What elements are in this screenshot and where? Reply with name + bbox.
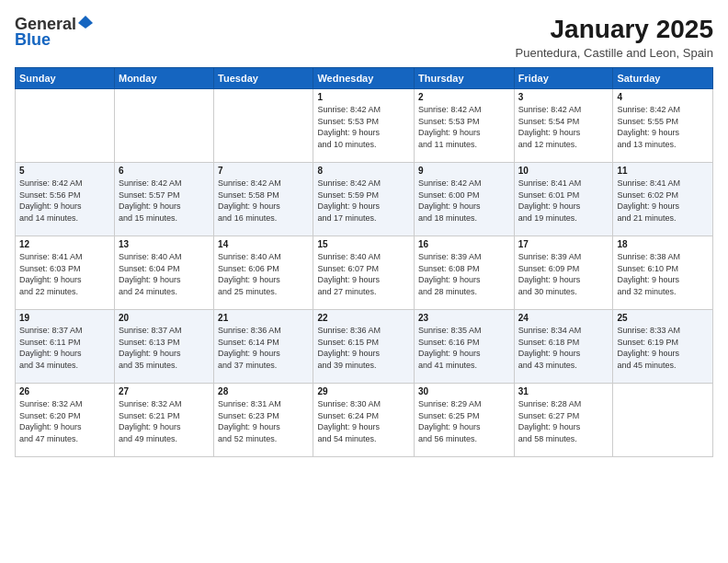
day-info: Sunrise: 8:36 AM Sunset: 6:14 PM Dayligh… bbox=[218, 325, 309, 371]
calendar-cell: 18Sunrise: 8:38 AM Sunset: 6:10 PM Dayli… bbox=[613, 236, 713, 310]
calendar-cell: 24Sunrise: 8:34 AM Sunset: 6:18 PM Dayli… bbox=[514, 310, 613, 384]
calendar-cell: 19Sunrise: 8:37 AM Sunset: 6:11 PM Dayli… bbox=[16, 310, 115, 384]
calendar-cell: 26Sunrise: 8:32 AM Sunset: 6:20 PM Dayli… bbox=[16, 384, 115, 457]
day-info: Sunrise: 8:30 AM Sunset: 6:24 PM Dayligh… bbox=[317, 398, 410, 444]
day-number: 16 bbox=[418, 239, 510, 249]
day-info: Sunrise: 8:41 AM Sunset: 6:01 PM Dayligh… bbox=[518, 178, 609, 224]
day-number: 13 bbox=[119, 239, 210, 249]
calendar-cell: 7Sunrise: 8:42 AM Sunset: 5:58 PM Daylig… bbox=[214, 163, 313, 236]
calendar-cell: 8Sunrise: 8:42 AM Sunset: 5:59 PM Daylig… bbox=[313, 163, 415, 236]
header-saturday: Saturday bbox=[613, 68, 713, 89]
calendar-week-0: 1Sunrise: 8:42 AM Sunset: 5:53 PM Daylig… bbox=[16, 89, 713, 163]
calendar-cell: 1Sunrise: 8:42 AM Sunset: 5:53 PM Daylig… bbox=[313, 89, 415, 163]
day-info: Sunrise: 8:42 AM Sunset: 5:55 PM Dayligh… bbox=[617, 104, 709, 150]
day-info: Sunrise: 8:33 AM Sunset: 6:19 PM Dayligh… bbox=[617, 325, 709, 371]
day-info: Sunrise: 8:42 AM Sunset: 5:53 PM Dayligh… bbox=[317, 104, 410, 150]
day-number: 22 bbox=[317, 313, 410, 323]
calendar-cell: 3Sunrise: 8:42 AM Sunset: 5:54 PM Daylig… bbox=[514, 89, 613, 163]
day-number: 14 bbox=[218, 239, 309, 249]
day-info: Sunrise: 8:32 AM Sunset: 6:21 PM Dayligh… bbox=[119, 398, 210, 444]
day-number: 5 bbox=[19, 166, 110, 176]
day-info: Sunrise: 8:42 AM Sunset: 5:56 PM Dayligh… bbox=[19, 178, 110, 224]
calendar-week-1: 5Sunrise: 8:42 AM Sunset: 5:56 PM Daylig… bbox=[16, 163, 713, 236]
day-number: 31 bbox=[518, 386, 609, 396]
calendar-cell: 16Sunrise: 8:39 AM Sunset: 6:08 PM Dayli… bbox=[415, 236, 515, 310]
calendar-cell: 20Sunrise: 8:37 AM Sunset: 6:13 PM Dayli… bbox=[114, 310, 213, 384]
logo: General Blue bbox=[15, 15, 93, 50]
day-number: 11 bbox=[617, 166, 709, 176]
day-number: 9 bbox=[418, 166, 510, 176]
calendar-cell: 4Sunrise: 8:42 AM Sunset: 5:55 PM Daylig… bbox=[613, 89, 713, 163]
calendar-cell: 23Sunrise: 8:35 AM Sunset: 6:16 PM Dayli… bbox=[415, 310, 515, 384]
calendar-cell: 9Sunrise: 8:42 AM Sunset: 6:00 PM Daylig… bbox=[415, 163, 515, 236]
calendar-cell: 12Sunrise: 8:41 AM Sunset: 6:03 PM Dayli… bbox=[16, 236, 115, 310]
calendar-cell: 15Sunrise: 8:40 AM Sunset: 6:07 PM Dayli… bbox=[313, 236, 415, 310]
header-monday: Monday bbox=[114, 68, 213, 89]
calendar-cell bbox=[214, 89, 313, 163]
day-info: Sunrise: 8:39 AM Sunset: 6:09 PM Dayligh… bbox=[518, 251, 609, 297]
day-info: Sunrise: 8:40 AM Sunset: 6:07 PM Dayligh… bbox=[317, 251, 410, 297]
calendar-cell: 17Sunrise: 8:39 AM Sunset: 6:09 PM Dayli… bbox=[514, 236, 613, 310]
day-number: 6 bbox=[119, 166, 210, 176]
header: General Blue January 2025 Puentedura, Ca… bbox=[15, 15, 713, 60]
calendar-cell bbox=[613, 384, 713, 457]
header-wednesday: Wednesday bbox=[313, 68, 415, 89]
day-number: 30 bbox=[418, 386, 510, 396]
day-info: Sunrise: 8:42 AM Sunset: 5:57 PM Dayligh… bbox=[119, 178, 210, 224]
day-number: 4 bbox=[617, 92, 709, 102]
day-info: Sunrise: 8:32 AM Sunset: 6:20 PM Dayligh… bbox=[19, 398, 110, 444]
day-number: 1 bbox=[317, 92, 410, 102]
calendar-cell: 29Sunrise: 8:30 AM Sunset: 6:24 PM Dayli… bbox=[313, 384, 415, 457]
day-number: 18 bbox=[617, 239, 709, 249]
day-info: Sunrise: 8:34 AM Sunset: 6:18 PM Dayligh… bbox=[518, 325, 609, 371]
title-block: January 2025 Puentedura, Castille and Le… bbox=[516, 15, 713, 60]
day-info: Sunrise: 8:35 AM Sunset: 6:16 PM Dayligh… bbox=[418, 325, 510, 371]
calendar-week-4: 26Sunrise: 8:32 AM Sunset: 6:20 PM Dayli… bbox=[16, 384, 713, 457]
day-number: 12 bbox=[19, 239, 110, 249]
header-friday: Friday bbox=[514, 68, 613, 89]
header-sunday: Sunday bbox=[16, 68, 115, 89]
calendar-week-3: 19Sunrise: 8:37 AM Sunset: 6:11 PM Dayli… bbox=[16, 310, 713, 384]
header-tuesday: Tuesday bbox=[214, 68, 313, 89]
day-number: 26 bbox=[19, 386, 110, 396]
day-number: 24 bbox=[518, 313, 609, 323]
calendar-cell: 31Sunrise: 8:28 AM Sunset: 6:27 PM Dayli… bbox=[514, 384, 613, 457]
day-info: Sunrise: 8:39 AM Sunset: 6:08 PM Dayligh… bbox=[418, 251, 510, 297]
day-info: Sunrise: 8:40 AM Sunset: 6:04 PM Dayligh… bbox=[119, 251, 210, 297]
day-number: 15 bbox=[317, 239, 410, 249]
day-info: Sunrise: 8:37 AM Sunset: 6:13 PM Dayligh… bbox=[119, 325, 210, 371]
logo-blue: Blue bbox=[15, 30, 51, 50]
day-info: Sunrise: 8:42 AM Sunset: 5:53 PM Dayligh… bbox=[418, 104, 510, 150]
day-number: 28 bbox=[218, 386, 309, 396]
calendar-table: Sunday Monday Tuesday Wednesday Thursday… bbox=[15, 67, 713, 457]
day-info: Sunrise: 8:41 AM Sunset: 6:02 PM Dayligh… bbox=[617, 178, 709, 224]
day-number: 25 bbox=[617, 313, 709, 323]
day-info: Sunrise: 8:37 AM Sunset: 6:11 PM Dayligh… bbox=[19, 325, 110, 371]
calendar-cell: 22Sunrise: 8:36 AM Sunset: 6:15 PM Dayli… bbox=[313, 310, 415, 384]
calendar-cell: 10Sunrise: 8:41 AM Sunset: 6:01 PM Dayli… bbox=[514, 163, 613, 236]
day-number: 10 bbox=[518, 166, 609, 176]
calendar-cell: 5Sunrise: 8:42 AM Sunset: 5:56 PM Daylig… bbox=[16, 163, 115, 236]
day-info: Sunrise: 8:42 AM Sunset: 6:00 PM Dayligh… bbox=[418, 178, 510, 224]
logo-icon bbox=[78, 16, 93, 30]
day-info: Sunrise: 8:28 AM Sunset: 6:27 PM Dayligh… bbox=[518, 398, 609, 444]
calendar-cell: 14Sunrise: 8:40 AM Sunset: 6:06 PM Dayli… bbox=[214, 236, 313, 310]
day-info: Sunrise: 8:36 AM Sunset: 6:15 PM Dayligh… bbox=[317, 325, 410, 371]
day-number: 17 bbox=[518, 239, 609, 249]
day-info: Sunrise: 8:42 AM Sunset: 5:58 PM Dayligh… bbox=[218, 178, 309, 224]
day-number: 8 bbox=[317, 166, 410, 176]
header-thursday: Thursday bbox=[415, 68, 515, 89]
day-number: 3 bbox=[518, 92, 609, 102]
day-info: Sunrise: 8:41 AM Sunset: 6:03 PM Dayligh… bbox=[19, 251, 110, 297]
day-number: 19 bbox=[19, 313, 110, 323]
day-number: 7 bbox=[218, 166, 309, 176]
calendar-cell: 13Sunrise: 8:40 AM Sunset: 6:04 PM Dayli… bbox=[114, 236, 213, 310]
calendar-cell bbox=[16, 89, 115, 163]
day-number: 29 bbox=[317, 386, 410, 396]
calendar-cell: 25Sunrise: 8:33 AM Sunset: 6:19 PM Dayli… bbox=[613, 310, 713, 384]
calendar-cell bbox=[114, 89, 213, 163]
calendar-cell: 27Sunrise: 8:32 AM Sunset: 6:21 PM Dayli… bbox=[114, 384, 213, 457]
weekday-header-row: Sunday Monday Tuesday Wednesday Thursday… bbox=[16, 68, 713, 89]
day-info: Sunrise: 8:38 AM Sunset: 6:10 PM Dayligh… bbox=[617, 251, 709, 297]
day-info: Sunrise: 8:31 AM Sunset: 6:23 PM Dayligh… bbox=[218, 398, 309, 444]
